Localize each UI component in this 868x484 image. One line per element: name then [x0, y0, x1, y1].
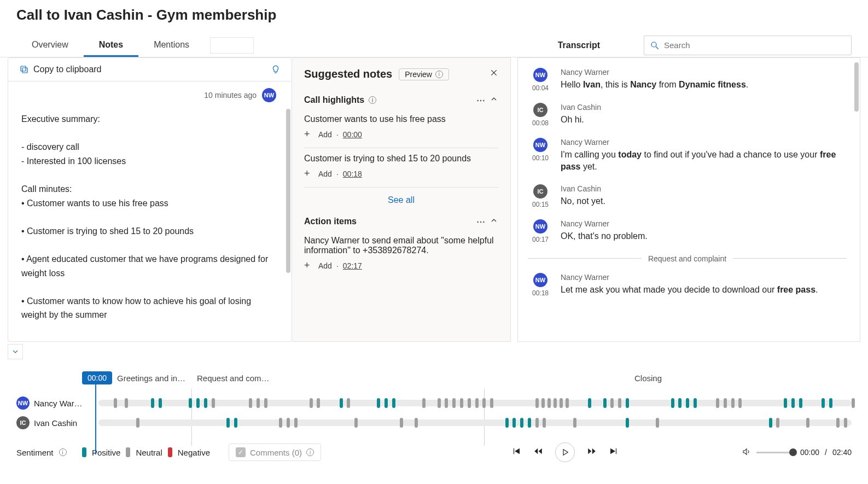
timeline-divider	[191, 389, 192, 446]
call-highlights-header[interactable]: Call highlights i ⋯	[304, 91, 498, 109]
highlight-text: Customer is trying to shed 15 to 20 poun…	[304, 154, 498, 164]
sentiment-tick	[226, 418, 230, 428]
svg-point-0	[651, 42, 656, 47]
close-icon[interactable]	[490, 68, 498, 80]
sentiment-tick	[799, 398, 802, 408]
timeline-track-speaker2: IC Ivan Cashin	[16, 416, 852, 429]
sentiment-tick	[724, 398, 727, 408]
sentiment-tick	[212, 398, 215, 408]
timeline-section-request: Request and com…	[197, 374, 270, 383]
sentiment-tick	[468, 398, 471, 408]
slider-thumb[interactable]	[789, 448, 797, 456]
avatar: NW	[16, 396, 30, 410]
sentiment-tick	[806, 418, 809, 428]
sentiment-tick	[257, 398, 260, 408]
see-all-link[interactable]: See all	[304, 188, 498, 213]
search-box[interactable]	[644, 36, 852, 55]
sentiment-tick	[512, 418, 516, 428]
sentiment-tick	[125, 398, 128, 408]
avatar: NW	[533, 68, 547, 82]
sentiment-tick	[452, 398, 456, 408]
collapse-toggle[interactable]	[8, 344, 23, 359]
sentiment-tick	[535, 418, 539, 428]
scrollbar[interactable]	[286, 109, 290, 273]
timeline-bar[interactable]	[98, 400, 852, 406]
tab-mentions[interactable]: Mentions	[138, 33, 205, 57]
avatar: IC	[533, 184, 547, 199]
highlight-timestamp[interactable]: 00:00	[343, 130, 362, 139]
add-button[interactable]: Add	[318, 130, 332, 139]
sentiment-tick	[189, 398, 192, 408]
more-icon[interactable]: ⋯	[476, 95, 485, 106]
scrollbar[interactable]	[854, 62, 859, 112]
chevron-up-icon[interactable]	[490, 95, 498, 106]
sentiment-tick	[686, 398, 689, 408]
highlight-timestamp[interactable]: 00:18	[343, 170, 362, 178]
skip-start-icon[interactable]	[511, 446, 521, 459]
volume-icon[interactable]	[742, 447, 751, 458]
preview-badge[interactable]: Preview i	[399, 68, 449, 80]
notes-body[interactable]: 10 minutes ago NW Executive summary: - d…	[8, 81, 292, 341]
svg-marker-11	[563, 450, 568, 456]
timeline-bar[interactable]	[98, 419, 852, 426]
sentiment-tick	[249, 398, 252, 408]
sentiment-tick	[354, 418, 358, 428]
svg-marker-10	[539, 448, 542, 454]
svg-rect-2	[22, 68, 27, 73]
comments-button[interactable]: ✓ Comments (0) i	[229, 444, 321, 461]
sentiment-tick	[769, 418, 772, 428]
sentiment-tick	[731, 398, 735, 408]
sentiment-tick	[279, 418, 282, 428]
lightbulb-icon[interactable]	[271, 65, 281, 74]
transcript-panel[interactable]: NW 00:04 Nancy Warner Hello Ivan, this i…	[517, 57, 860, 342]
sentiment-tick	[791, 398, 795, 408]
play-button[interactable]	[555, 442, 575, 462]
transcript-row[interactable]: NW 00:04 Nancy Warner Hello Ivan, this i…	[528, 68, 847, 92]
action-items-header[interactable]: Action items ⋯	[304, 213, 498, 230]
sentiment-tick	[528, 418, 531, 428]
timeline-section-closing: Closing	[634, 374, 662, 383]
transcript-row[interactable]: NW 00:17 Nancy Warner OK, that's no prob…	[528, 219, 847, 243]
avatar: NW	[533, 138, 547, 152]
sentiment-tick	[482, 398, 486, 408]
rewind-icon[interactable]	[533, 446, 543, 459]
copy-button[interactable]: Copy to clipboard	[33, 65, 271, 74]
sentiment-tick	[438, 398, 441, 408]
volume-slider[interactable]	[756, 452, 795, 453]
tab-overview[interactable]: Overview	[16, 33, 84, 57]
transcript-text: Oh hi.	[561, 114, 847, 126]
transcript-time: 00:17	[528, 236, 553, 243]
transcript-header: Transcript	[558, 40, 627, 50]
forward-icon[interactable]	[587, 446, 597, 459]
transcript-row[interactable]: IC 00:15 Ivan Cashin No, not yet.	[528, 184, 847, 208]
sentiment-tick	[460, 398, 463, 408]
plus-icon[interactable]: +	[304, 260, 314, 271]
more-icon[interactable]: ⋯	[476, 217, 485, 227]
tab-empty[interactable]	[210, 37, 254, 54]
transcript-row[interactable]: NW 00:18 Nancy Warner Let me ask you wha…	[528, 273, 847, 297]
info-icon: i	[435, 71, 443, 78]
sentiment-tick	[347, 398, 350, 408]
add-button[interactable]: Add	[318, 261, 332, 270]
tab-notes[interactable]: Notes	[84, 33, 138, 57]
action-timestamp[interactable]: 02:17	[343, 261, 362, 270]
plus-icon[interactable]: +	[304, 168, 314, 179]
sentiment-tick	[610, 398, 614, 408]
time-total: 02:40	[832, 448, 852, 457]
sentiment-tick	[852, 398, 855, 408]
transcript-row[interactable]: IC 00:08 Ivan Cashin Oh hi.	[528, 103, 847, 127]
highlight-text: Customer wants to use his free pass	[304, 114, 498, 124]
transcript-text: I'm calling you today to find out if you…	[561, 149, 847, 173]
suggested-panel: Suggested notes Preview i Call highlight…	[292, 57, 511, 342]
playhead-line[interactable]	[95, 384, 96, 454]
plus-icon[interactable]: +	[304, 129, 314, 140]
skip-end-icon[interactable]	[609, 446, 619, 459]
chevron-up-icon[interactable]	[490, 216, 498, 227]
sentiment-tick	[400, 418, 403, 428]
search-input[interactable]	[664, 40, 846, 50]
sentiment-tick	[588, 398, 591, 408]
add-button[interactable]: Add	[318, 170, 332, 178]
footer: Sentiment i Positive Neutral Negative ✓ …	[0, 429, 868, 468]
notes-text[interactable]: Executive summary: - discovery call - In…	[21, 112, 278, 322]
transcript-row[interactable]: NW 00:10 Nancy Warner I'm calling you to…	[528, 138, 847, 173]
